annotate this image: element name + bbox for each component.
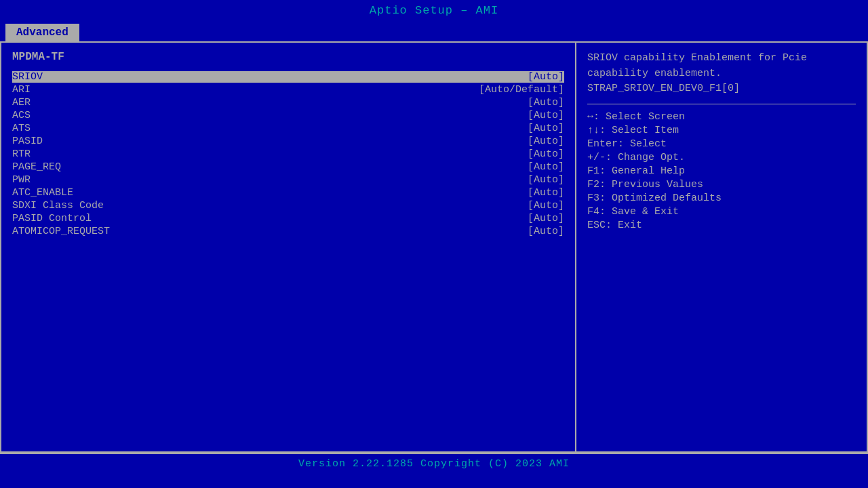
divider: [587, 104, 856, 104]
menu-item-value: [Auto]: [528, 148, 564, 160]
keybinding-f4: F4: Save & Exit: [587, 206, 856, 218]
menu-item-name: ACS: [12, 110, 31, 121]
menu-item-name: ARI: [12, 84, 31, 96]
menu-item-aer[interactable]: AER[Auto]: [12, 97, 564, 108]
footer-text: Version 2.22.1285 Copyright (C) 2023 AMI: [298, 458, 570, 470]
menu-item-name: PAGE_REQ: [12, 161, 61, 173]
menu-item-name: ATOMICOP_REQUEST: [12, 226, 110, 237]
menu-item-pwr[interactable]: PWR[Auto]: [12, 174, 564, 186]
keybinding-f1: F1: General Help: [587, 165, 856, 177]
menu-item-sdxi-class-code[interactable]: SDXI Class Code[Auto]: [12, 200, 564, 211]
menu-item-sriov[interactable]: SRIOV[Auto]: [12, 71, 564, 83]
keybindings: ↔: Select Screen↑↓: Select ItemEnter: Se…: [587, 111, 856, 231]
menu-item-name: ATS: [12, 123, 31, 134]
menu-item-ari[interactable]: ARI[Auto/Default]: [12, 84, 564, 96]
main-content: MPDMA-TF SRIOV[Auto]ARI[Auto/Default]AER…: [0, 41, 868, 453]
menu-item-atc_enable[interactable]: ATC_ENABLE[Auto]: [12, 187, 564, 199]
menu-item-ats[interactable]: ATS[Auto]: [12, 123, 564, 134]
menu-item-value: [Auto]: [528, 187, 564, 199]
menu-item-name: PWR: [12, 174, 31, 186]
menu-item-value: [Auto]: [528, 226, 564, 237]
menu-item-value: [Auto]: [528, 174, 564, 186]
menu-item-value: [Auto]: [528, 161, 564, 173]
menu-item-name: SDXI Class Code: [12, 200, 104, 211]
menu-item-rtr[interactable]: RTR[Auto]: [12, 148, 564, 160]
keybinding-: +/-: Change Opt.: [587, 152, 856, 163]
menu-item-name: RTR: [12, 148, 31, 160]
right-panel: SRIOV capability Enablement for Pcie cap…: [576, 43, 867, 451]
header-title: Aptio Setup – AMI: [370, 4, 498, 17]
menu-item-name: PASID: [12, 136, 43, 147]
help-text: SRIOV capability Enablement for Pcie cap…: [587, 51, 856, 97]
menu-item-acs[interactable]: ACS[Auto]: [12, 110, 564, 121]
menu-item-value: [Auto]: [528, 213, 564, 224]
menu-item-pasid[interactable]: PASID[Auto]: [12, 136, 564, 147]
menu-item-page_req[interactable]: PAGE_REQ[Auto]: [12, 161, 564, 173]
keybinding-: ↔: Select Screen: [587, 111, 856, 123]
menu-item-name: ATC_ENABLE: [12, 187, 73, 199]
menu-item-name: SRIOV: [12, 71, 43, 83]
menu-list: SRIOV[Auto]ARI[Auto/Default]AER[Auto]ACS…: [12, 71, 564, 237]
menu-item-value: [Auto]: [528, 97, 564, 108]
footer: Version 2.22.1285 Copyright (C) 2023 AMI: [0, 453, 868, 474]
menu-item-value: [Auto]: [528, 123, 564, 134]
menu-item-atomicop_request[interactable]: ATOMICOP_REQUEST[Auto]: [12, 226, 564, 237]
menu-item-value: [Auto]: [528, 110, 564, 121]
menu-item-name: AER: [12, 97, 31, 108]
keybinding-f2: F2: Previous Values: [587, 179, 856, 190]
keybinding-esc: ESC: Exit: [587, 220, 856, 231]
menu-item-name: PASID Control: [12, 213, 92, 224]
keybinding-: ↑↓: Select Item: [587, 125, 856, 136]
menu-item-pasid-control[interactable]: PASID Control[Auto]: [12, 213, 564, 224]
keybinding-f3: F3: Optimized Defaults: [587, 192, 856, 204]
menu-item-value: [Auto]: [528, 71, 564, 83]
header: Aptio Setup – AMI Advanced: [0, 0, 868, 41]
keybinding-enter: Enter: Select: [587, 138, 856, 150]
menu-item-value: [Auto/Default]: [479, 84, 564, 96]
menu-item-value: [Auto]: [528, 200, 564, 211]
menu-item-value: [Auto]: [528, 136, 564, 147]
section-title: MPDMA-TF: [12, 51, 564, 63]
left-panel: MPDMA-TF SRIOV[Auto]ARI[Auto/Default]AER…: [1, 43, 576, 451]
tab-advanced[interactable]: Advanced: [5, 24, 79, 41]
